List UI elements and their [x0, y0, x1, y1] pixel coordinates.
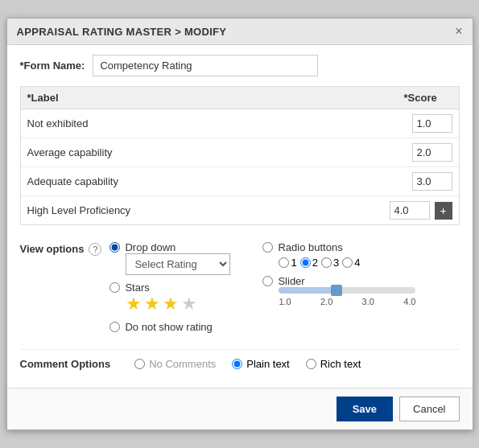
- star-2: ★: [144, 294, 160, 314]
- stars-radio-label[interactable]: Stars: [109, 282, 230, 294]
- add-row-button[interactable]: +: [435, 202, 452, 220]
- modal-title: APPRAISAL RATING MASTER > MODIFY: [17, 26, 227, 38]
- stars-row: ★ ★ ★ ★: [126, 294, 230, 314]
- no-rating-label: Do not show rating: [125, 321, 212, 333]
- slider-label-1: 1.0: [279, 297, 291, 306]
- rich-text-option[interactable]: Rich text: [306, 358, 361, 370]
- score-input-4[interactable]: [390, 201, 430, 220]
- close-button[interactable]: ×: [455, 25, 462, 38]
- label-input-1[interactable]: [27, 116, 412, 131]
- slider-label-4: 4.0: [403, 297, 415, 306]
- label-input-2[interactable]: [27, 145, 412, 160]
- slider-track: [279, 287, 415, 294]
- no-comments-label: No Comments: [149, 358, 216, 370]
- col-score-header: *Score: [404, 92, 452, 104]
- stars-option: Stars ★ ★ ★ ★: [109, 282, 230, 314]
- slider-label-2: 2.0: [320, 297, 332, 306]
- star-4-empty: ★: [181, 294, 197, 314]
- label-input-4[interactable]: [27, 203, 390, 218]
- table-row: [21, 167, 459, 196]
- plain-text-label: Plain text: [246, 358, 289, 370]
- form-name-row: *Form Name:: [20, 55, 460, 76]
- slider-thumb: [331, 285, 342, 296]
- slider-radio[interactable]: [262, 276, 273, 286]
- stars-radio[interactable]: [109, 282, 120, 293]
- rich-text-radio[interactable]: [306, 359, 316, 369]
- slider-labels: 1.0 2.0 3.0 4.0: [279, 297, 415, 306]
- modal-container: APPRAISAL RATING MASTER > MODIFY × *Form…: [6, 18, 473, 430]
- slider-option: Slider 1.0 2.0 3.0 4.0: [262, 275, 415, 306]
- score-input-3[interactable]: [412, 172, 452, 191]
- dropdown-option: Drop down Select Rating: [109, 241, 230, 275]
- no-comments-radio[interactable]: [134, 359, 145, 369]
- rich-text-label: Rich text: [320, 358, 361, 370]
- form-name-label: *Form Name:: [20, 60, 85, 72]
- label-input-3[interactable]: [27, 174, 412, 189]
- radio-opt-1[interactable]: 1: [279, 257, 296, 269]
- table-row: [21, 109, 459, 138]
- radio-opt-4[interactable]: 4: [342, 257, 360, 269]
- options-grid: Drop down Select Rating Stars ★: [109, 241, 459, 333]
- comment-options-label: Comment Options: [20, 358, 111, 370]
- view-options-label: View options: [20, 243, 85, 255]
- options-left-col: Drop down Select Rating Stars ★: [109, 241, 230, 333]
- star-3: ★: [163, 294, 179, 314]
- table-row: [21, 138, 459, 167]
- cancel-button[interactable]: Cancel: [399, 397, 459, 421]
- modal-body: *Form Name: *Label *Score: [7, 45, 473, 388]
- radio-buttons-radio[interactable]: [262, 242, 273, 253]
- modal-header: APPRAISAL RATING MASTER > MODIFY ×: [7, 18, 473, 45]
- ratings-table: *Label *Score +: [20, 86, 460, 225]
- slider-label-3: 3.0: [362, 297, 374, 306]
- table-row: +: [21, 196, 459, 224]
- help-icon[interactable]: ?: [89, 243, 101, 256]
- save-button[interactable]: Save: [337, 397, 393, 421]
- options-right-col: Radio buttons 1 2 3 4 Slider: [262, 241, 415, 333]
- radio-opt-2[interactable]: 2: [300, 257, 318, 269]
- radio-buttons-option: Radio buttons 1 2 3 4: [262, 241, 415, 269]
- comment-options-section: Comment Options No Comments Plain text R…: [20, 349, 460, 378]
- stars-label: Stars: [125, 282, 149, 294]
- dropdown-radio-label[interactable]: Drop down: [109, 241, 230, 253]
- rating-select[interactable]: Select Rating: [126, 253, 230, 275]
- no-comments-option[interactable]: No Comments: [134, 358, 216, 370]
- radio-opt-3[interactable]: 3: [321, 257, 339, 269]
- plain-text-radio[interactable]: [232, 359, 242, 369]
- radio-buttons-label: Radio buttons: [278, 241, 342, 253]
- star-1: ★: [126, 294, 142, 314]
- score-input-2[interactable]: [412, 143, 452, 162]
- no-rating-radio-label[interactable]: Do not show rating: [109, 321, 230, 333]
- dropdown-label: Drop down: [125, 241, 175, 253]
- plain-text-option[interactable]: Plain text: [232, 358, 289, 370]
- slider-container: 1.0 2.0 3.0 4.0: [279, 287, 415, 306]
- form-name-input[interactable]: [93, 55, 318, 76]
- slider-label: Slider: [278, 275, 304, 287]
- modal-footer: Save Cancel: [7, 388, 473, 430]
- table-header: *Label *Score: [21, 87, 459, 109]
- view-options-section: View options ? Drop down Select Rating: [20, 235, 460, 339]
- score-input-1[interactable]: [412, 114, 452, 133]
- dropdown-radio[interactable]: [109, 242, 120, 253]
- radio-buttons-radio-label[interactable]: Radio buttons: [262, 241, 415, 253]
- no-rating-radio[interactable]: [109, 322, 120, 332]
- radio-options-row: 1 2 3 4: [279, 257, 415, 269]
- col-label-header: *Label: [27, 92, 404, 104]
